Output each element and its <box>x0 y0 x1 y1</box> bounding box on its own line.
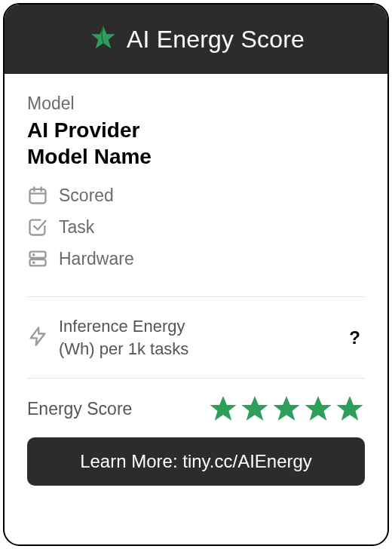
svg-marker-12 <box>305 397 332 422</box>
meta-hardware-label: Hardware <box>59 249 134 269</box>
star-icon <box>208 394 238 424</box>
svg-point-6 <box>33 254 34 255</box>
star-icon <box>240 394 270 424</box>
inference-value: ? <box>349 327 365 348</box>
star-icon <box>271 394 302 424</box>
svg-marker-9 <box>210 397 237 422</box>
star-icon <box>303 394 333 424</box>
svg-marker-11 <box>274 397 300 422</box>
inference-row: Inference Energy (Wh) per 1k tasks ? <box>27 297 365 378</box>
svg-point-7 <box>33 262 34 263</box>
meta-row-hardware: Hardware <box>27 248 365 269</box>
star-rating <box>208 394 365 424</box>
svg-marker-13 <box>337 397 363 422</box>
check-square-icon <box>27 216 48 238</box>
model-provider: AI Provider <box>27 117 365 143</box>
header-title: AI Energy Score <box>127 26 305 54</box>
learn-more-button[interactable]: Learn More: tiny.cc/AIEnergy <box>27 437 365 486</box>
energy-score-card: AI Energy Score Model AI Provider Model … <box>3 3 389 546</box>
calendar-icon <box>27 185 48 206</box>
score-row: Energy Score <box>27 379 365 437</box>
inference-label-line2: (Wh) per 1k tasks <box>59 338 338 360</box>
svg-rect-5 <box>30 259 46 265</box>
inference-label: Inference Energy (Wh) per 1k tasks <box>59 315 338 360</box>
model-name: Model Name <box>27 143 365 170</box>
score-label: Energy Score <box>27 399 132 419</box>
star-icon <box>335 394 365 424</box>
leaf-icon <box>87 23 119 55</box>
meta-row-task: Task <box>27 216 365 238</box>
card-body: Model AI Provider Model Name Scored <box>5 74 387 544</box>
svg-rect-0 <box>30 189 46 204</box>
svg-rect-4 <box>30 252 46 258</box>
meta-row-scored: Scored <box>27 185 365 206</box>
meta-task-label: Task <box>59 217 94 238</box>
server-icon <box>27 248 48 269</box>
svg-marker-8 <box>31 327 45 345</box>
model-label: Model <box>27 94 365 114</box>
card-header: AI Energy Score <box>5 5 387 74</box>
inference-label-line1: Inference Energy <box>59 315 338 338</box>
meta-scored-label: Scored <box>59 186 114 206</box>
meta-list: Scored Task <box>27 185 365 269</box>
svg-marker-10 <box>242 397 268 422</box>
bolt-icon <box>27 326 48 350</box>
